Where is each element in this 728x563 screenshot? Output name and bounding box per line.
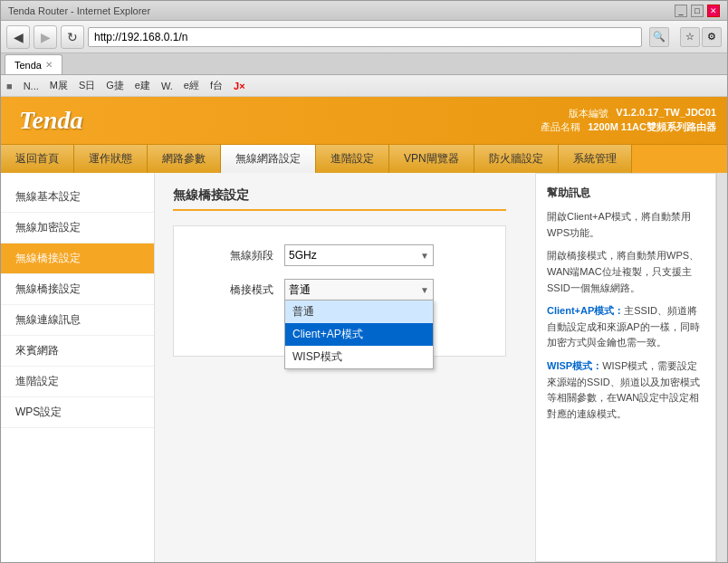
mode-dropdown-options: 普通 Client+AP模式 WISP模式	[284, 300, 434, 369]
browser-tabs: Tenda ✕	[1, 53, 727, 75]
version-label: 版本編號	[569, 107, 608, 120]
sidebar-basic[interactable]: 無線基本設定	[1, 182, 154, 213]
version-row: 版本編號 V1.2.0.17_TW_JDC01	[541, 107, 716, 120]
sidebar-encrypt[interactable]: 無線加密設定	[1, 213, 154, 243]
mode-label: 橋接模式	[192, 282, 273, 298]
bookmark-n[interactable]: N...	[20, 80, 43, 92]
bookmark-icon[interactable]: ☆	[680, 27, 700, 47]
version-value: V1.2.0.17_TW_JDC01	[616, 107, 716, 120]
tab-close[interactable]: ✕	[45, 60, 53, 70]
mode-control: 普通 ▼ 普通 Client+AP模式 WISP模式	[284, 279, 434, 301]
scrollbar[interactable]	[716, 173, 727, 562]
browser-window: Tenda Router - Internet Explorer _ □ ✕ ◀…	[0, 0, 728, 563]
nav-status[interactable]: 運作狀態	[74, 145, 148, 173]
nav-wireless[interactable]: 無線網路設定	[221, 145, 316, 173]
bookmark-g[interactable]: G捷	[102, 78, 128, 93]
product-label: 產品名稱	[541, 120, 580, 134]
refresh-button[interactable]: ↻	[61, 25, 84, 49]
option-wisp[interactable]: WISP模式	[285, 346, 433, 368]
band-row: 無線頻段 5GHz ▼	[192, 244, 487, 266]
nav-vpn[interactable]: VPN閘覽器	[389, 145, 474, 173]
form-section: 無線頻段 5GHz ▼	[173, 225, 506, 357]
bookmarks-bar: ■ N... M展 S日 G捷 e建 W. e經 f台 J×	[1, 75, 727, 97]
bookmarks-label: ■	[6, 81, 13, 91]
help-title: 幫助訊息	[547, 185, 704, 202]
forward-button[interactable]: ▶	[34, 25, 57, 49]
sidebar-bridge2[interactable]: 無線橋接設定	[1, 274, 154, 305]
maximize-button[interactable]: □	[691, 5, 704, 17]
nav-advanced[interactable]: 進階設定	[316, 145, 389, 173]
content-area: 無線橋接設定 無線頻段 5GHz ▼	[155, 173, 524, 562]
logo-text: Tenda	[19, 106, 83, 135]
sidebar: 無線基本設定 無線加密設定 無線橋接設定 無線橋接設定 無線連線訊息 來賓網路 …	[1, 173, 155, 562]
tenda-header: Tenda 版本編號 V1.2.0.17_TW_JDC01 產品名稱 1200M…	[1, 97, 727, 144]
content-title: 無線橋接設定	[173, 187, 506, 211]
nav-network[interactable]: 網路參數	[148, 145, 221, 173]
sidebar-advanced[interactable]: 進階設定	[1, 367, 154, 397]
band-dropdown-display[interactable]: 5GHz ▼	[284, 244, 434, 266]
active-tab[interactable]: Tenda ✕	[5, 54, 62, 74]
settings-icon[interactable]: ⚙	[702, 27, 722, 47]
browser-toolbar: ◀ ▶ ↻ 🔍 ☆ ⚙	[1, 21, 727, 53]
sidebar-info[interactable]: 無線連線訊息	[1, 305, 154, 336]
help-para-2: 開啟橋接模式，將自動禁用WPS、WAN端MAC位址複製，只支援主SSID一個無線…	[547, 248, 704, 296]
band-selected-value: 5GHz	[289, 249, 317, 262]
option-normal[interactable]: 普通	[285, 301, 433, 323]
bookmark-f[interactable]: f台	[206, 78, 226, 93]
band-dropdown-arrow: ▼	[420, 251, 429, 261]
help-highlight-1: Client+AP模式：	[547, 305, 624, 316]
product-row: 產品名稱 1200M 11AC雙頻系列路由器	[541, 120, 716, 134]
sidebar-wps[interactable]: WPS設定	[1, 397, 154, 428]
titlebar: Tenda Router - Internet Explorer _ □ ✕	[1, 1, 727, 21]
mode-row: 橋接模式 普通 ▼ 普通 Client+AP模式	[192, 279, 487, 301]
help-highlight-2: WISP模式：	[547, 360, 602, 371]
minimize-button[interactable]: _	[675, 5, 687, 17]
page-content: Tenda 版本編號 V1.2.0.17_TW_JDC01 產品名稱 1200M…	[1, 97, 727, 562]
search-icon[interactable]: 🔍	[649, 27, 669, 47]
help-para-1: 開啟Client+AP模式，將自動禁用WPS功能。	[547, 209, 704, 241]
band-control: 5GHz ▼	[284, 244, 434, 266]
bookmark-e2[interactable]: e經	[180, 78, 203, 93]
product-value: 1200M 11AC雙頻系列路由器	[588, 120, 716, 134]
bookmark-m[interactable]: M展	[46, 78, 72, 93]
tenda-logo: Tenda	[1, 97, 101, 144]
help-para-4: WISP模式：WISP模式，需要設定來源端的SSID、頻道以及加密模式等相關參數…	[547, 358, 704, 422]
nav-firewall[interactable]: 防火牆設定	[474, 145, 559, 173]
mode-dropdown[interactable]: 普通 ▼ 普通 Client+AP模式 WISP模式	[284, 279, 434, 301]
tenda-info: 版本編號 V1.2.0.17_TW_JDC01 產品名稱 1200M 11AC雙…	[530, 97, 727, 144]
bookmark-j[interactable]: J×	[230, 80, 249, 92]
bookmark-w[interactable]: W.	[158, 80, 177, 92]
address-bar[interactable]	[88, 27, 642, 47]
bookmark-e1[interactable]: e建	[131, 78, 154, 93]
nav-system[interactable]: 系統管理	[559, 145, 632, 173]
help-panel: 幫助訊息 開啟Client+AP模式，將自動禁用WPS功能。 開啟橋接模式，將自…	[535, 173, 716, 562]
mode-dropdown-arrow: ▼	[420, 285, 429, 295]
main-area: 無線基本設定 無線加密設定 無線橋接設定 無線橋接設定 無線連線訊息 來賓網路 …	[1, 173, 727, 562]
sidebar-bridge[interactable]: 無線橋接設定	[1, 243, 154, 274]
tab-label: Tenda	[14, 60, 42, 71]
main-layout: 無線基本設定 無線加密設定 無線橋接設定 無線橋接設定 無線連線訊息 來賓網路 …	[1, 173, 716, 562]
band-label: 無線頻段	[192, 248, 273, 263]
close-button[interactable]: ✕	[707, 5, 720, 17]
nav-bar: 返回首頁 運作狀態 網路參數 無線網路設定 進階設定 VPN閘覽器 防火牆設定 …	[1, 144, 727, 173]
mode-dropdown-display[interactable]: 普通 ▼	[284, 279, 434, 301]
bookmark-s[interactable]: S日	[75, 78, 99, 93]
help-para-3: Client+AP模式：主SSID、頻道將自動設定成和來源AP的一樣，同時加密方…	[547, 303, 704, 351]
band-dropdown[interactable]: 5GHz ▼	[284, 244, 434, 266]
title-text: Tenda Router - Internet Explorer	[8, 5, 671, 16]
sidebar-guest[interactable]: 來賓網路	[1, 336, 154, 367]
back-button[interactable]: ◀	[6, 25, 30, 49]
nav-home[interactable]: 返回首頁	[1, 145, 74, 173]
mode-selected-value: 普通	[289, 282, 311, 298]
option-client-ap[interactable]: Client+AP模式	[285, 323, 433, 346]
